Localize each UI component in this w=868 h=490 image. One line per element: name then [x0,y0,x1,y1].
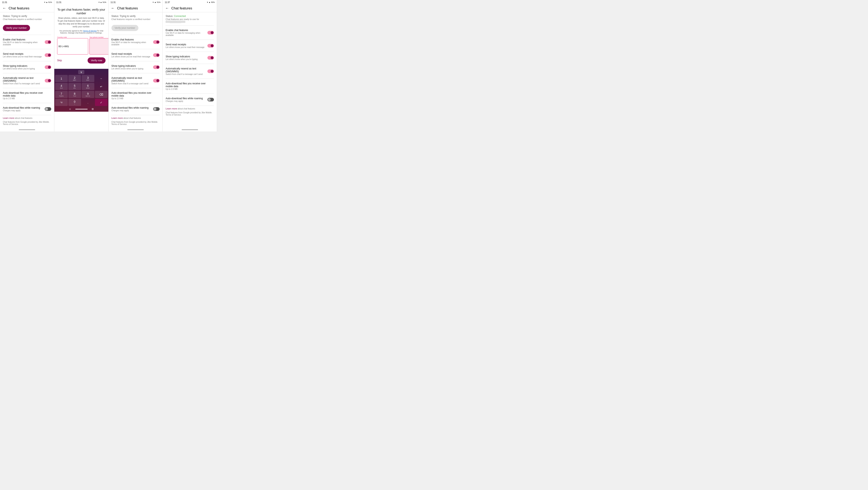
divider-s4-6 [165,93,214,94]
verify-number-button-3[interactable]: Verify your number [112,25,138,31]
signal-icon-3: ▲ [154,1,156,3]
phone-number-input[interactable] [89,38,108,55]
redacted-number-4: ████████ [165,21,185,23]
divider-6 [3,103,51,103]
status-icons-2: ▾ ▲ 51% [99,1,106,3]
toggle-resend-1[interactable] [45,79,51,83]
divider-s4-3 [165,52,214,52]
kb-hide-button[interactable]: ∨ [78,70,84,74]
setting-title-resend-1: Automatically resend as text (SMS/MMS) [3,76,43,82]
setting-text-resend-4: Automatically resend as text (SMS/MMS) S… [165,67,208,75]
dialog-actions: Skip Verify now [57,57,105,63]
setting-text-enable-chat-4: Enable chat features Use Wi-Fi or data f… [165,29,208,36]
setting-sub-roaming-1: Charges may apply [3,110,43,112]
toggle-resend-3[interactable] [153,79,160,83]
kb-key-4[interactable]: 4GHI [55,83,68,90]
verify-number-button-1[interactable]: Verify your number [3,25,30,31]
kb-key-9[interactable]: 9WXYZ [82,91,94,98]
top-bar-4: ← Chat features [163,4,217,12]
toggle-enable-chat-1[interactable] [45,40,51,44]
kb-key-7[interactable]: 7PQRS [55,91,68,98]
signal-icon: ▲ [46,1,48,3]
signal-icon-4: ▲ [209,1,211,3]
kb-key-6[interactable]: 6MNO [82,83,94,90]
learn-more-link-3[interactable]: Learn more [112,117,123,119]
toggle-typing-3[interactable] [153,65,160,69]
kb-key-0[interactable]: 0+ [68,99,81,106]
country-code-input[interactable] [57,38,88,55]
back-button-1[interactable]: ← [2,6,6,10]
setting-title-autodownload-3: Auto-download files you receive over mob… [112,91,158,97]
status-bar-3: 11:31 ▾ ▲ 51% [108,0,163,4]
back-button-3[interactable]: ← [111,6,115,10]
setting-title-autodownload-1: Auto-download files you receive over mob… [3,91,50,97]
status-sub-1: Chat features require a verified number [3,18,51,21]
toggle-roaming-4[interactable] [208,98,214,101]
setting-sub-autodownload-3: Up to 2.0 MB [112,97,158,100]
kb-key-2[interactable]: 2ABC [68,75,81,82]
kb-key-5[interactable]: 5JKL [68,83,81,90]
status-icons-3: ▾ ▲ 51% [153,1,160,3]
kb-layout-icon[interactable]: ⊞ [92,108,94,111]
screen-1: 11:31 ▾ ▲ 51% ← Chat features Status: Tr… [0,0,54,131]
setting-sub-read-receipts-4: Let others know you've read their messag… [165,46,206,49]
setting-text-typing-4: Show typing indicators Let others know w… [165,55,208,60]
setting-row-resend-3: Automatically resend as text (SMS/MMS) S… [112,75,160,86]
divider-2 [3,49,51,49]
phone-input-row: Country code Your phone number [57,36,105,55]
toggle-read-receipts-4[interactable] [208,44,214,48]
kb-key-dash[interactable]: − [95,75,107,82]
wifi-icon-2: ▾ [99,1,100,3]
page-title-3: Chat features [117,6,138,10]
learn-more-suffix-4: about chat features [177,108,195,110]
toggle-enable-chat-4[interactable] [208,31,214,34]
kb-key-dot[interactable]: . [82,99,94,106]
kb-key-1[interactable]: 1 [55,75,68,82]
toggle-resend-4[interactable] [208,69,214,73]
back-button-4[interactable]: ← [165,6,169,10]
setting-row-roaming-3: Auto-download files while roaming Charge… [112,105,160,113]
terms-link[interactable]: Terms of Service [83,30,97,32]
setting-title-typing-4: Show typing indicators [165,55,206,58]
verify-now-button[interactable]: Verify now [88,57,105,63]
signal-icon-2: ▲ [100,1,102,3]
kb-key-delete[interactable]: ⌫ [95,91,107,98]
setting-row-enable-chat-3: Enable chat features Use Wi-Fi or data f… [112,36,160,48]
content-4: Status: Connected Chat features are read… [163,12,217,128]
skip-button[interactable]: Skip [57,59,62,62]
kb-key-8[interactable]: 8TUV [68,91,81,98]
toggle-roaming-1[interactable] [45,107,51,111]
status-bar-1: 11:31 ▾ ▲ 51% [0,0,54,4]
kb-emoji-icon[interactable]: ☺ [69,108,71,111]
setting-title-roaming-1: Auto-download files while roaming [3,106,43,109]
toggle-read-receipts-3[interactable] [153,53,160,57]
setting-row-enable-chat-4: Enable chat features Use Wi-Fi or data f… [165,27,214,38]
bottom-bar-3 [108,128,163,131]
top-bar-1: ← Chat features [0,4,54,12]
setting-sub-read-receipts-3: Let others know you've read their messag… [112,56,152,58]
setting-row-typing-1: Show typing indicators Let others know w… [3,63,51,71]
setting-row-autodownload-1: Auto-download files you receive over mob… [3,90,51,101]
toggle-typing-4[interactable] [208,56,214,60]
toggle-enable-chat-3[interactable] [153,40,160,44]
setting-row-resend-1: Automatically resend as text (SMS/MMS) S… [3,75,51,86]
learn-more-link-4[interactable]: Learn more [165,108,177,110]
toggle-typing-1[interactable] [45,65,51,69]
terms-line: You previously agreed to the Terms of Se… [57,30,105,34]
toggle-read-receipts-1[interactable] [45,53,51,57]
kb-key-star-hash[interactable]: *# [55,99,68,106]
kb-key-return[interactable]: ↵ [95,83,107,90]
setting-text-roaming-3: Auto-download files while roaming Charge… [112,106,153,112]
kb-key-3[interactable]: 3DEF [82,75,94,82]
kb-key-enter[interactable]: ✓ [95,99,107,106]
page-title-4: Chat features [171,6,192,10]
setting-title-autodownload-4: Auto-download files you receive over mob… [165,82,212,88]
status-label-4: Status: Connected [165,15,214,18]
toggle-roaming-3[interactable] [153,107,160,111]
learn-more-link-1[interactable]: Learn more [3,117,14,119]
setting-row-read-receipts-3: Send read receipts Let others know you'v… [112,51,160,59]
setting-text-autodownload-3: Auto-download files you receive over mob… [112,91,160,100]
setting-row-autodownload-3: Auto-download files you receive over mob… [112,90,160,101]
setting-row-resend-4: Automatically resend as text (SMS/MMS) S… [165,65,214,77]
setting-text-typing-1: Show typing indicators Let others know w… [3,64,45,70]
